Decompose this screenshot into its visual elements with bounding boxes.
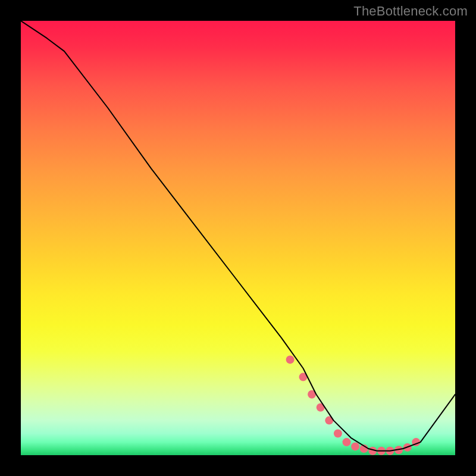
plot-area [21,21,455,455]
curve-svg [21,21,455,455]
chart-frame: TheBottleneck.com [0,0,476,476]
marker-group [286,355,421,455]
marker-dot [286,355,295,364]
curve-path [21,21,455,451]
marker-dot [351,442,359,450]
marker-dot [343,438,351,446]
watermark-text: TheBottleneck.com [353,4,468,19]
marker-dot [334,430,342,438]
